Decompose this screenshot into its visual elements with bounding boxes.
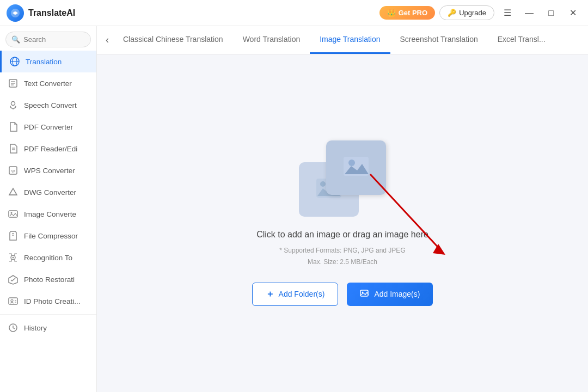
sidebar-item-pdf-reader[interactable]: PDF Reader/Edi [0,138,96,160]
sidebar-item-speech-convert[interactable]: Speech Convert [0,94,96,116]
svg-point-1 [14,11,17,14]
sidebar-item-image-converter[interactable]: Image Converte [0,203,96,225]
svg-marker-35 [433,244,445,255]
sidebar-item-history[interactable]: History [0,317,96,339]
tab-excel[interactable]: Excel Transl... [488,26,555,54]
tab-bar: ‹ Classical Chinese Translation Word Tra… [97,26,588,54]
sidebar-item-file-compressor[interactable]: File Compressor [0,225,96,247]
sidebar-label-dwg-converter: DWG Converter [24,188,76,197]
key-icon: 🔑 [448,9,456,17]
svg-text:W: W [11,169,15,173]
svg-point-9 [11,102,15,106]
sidebar-label-pdf-converter: PDF Converter [24,123,73,131]
drop-main-text: Click to add an image or drag an image h… [256,230,428,240]
svg-rect-32 [360,290,368,296]
svg-point-29 [320,181,326,187]
search-input[interactable] [23,35,85,44]
dwg-converter-icon [8,187,19,198]
get-pro-button[interactable]: 👑 Get PRO [379,6,435,20]
titlebar: TranslateAI 👑 Get PRO 🔑 Upgrade ☰ — □ ✕ [0,0,588,26]
sidebar-label-image-converter: Image Converte [24,210,76,218]
close-icon[interactable]: ✕ [564,4,581,22]
svg-point-24 [11,299,13,302]
sidebar-label-translation: Translation [26,58,62,66]
translation-icon [9,56,20,67]
sidebar-label-id-photo: ID Photo Creati... [24,297,81,305]
minimize-icon[interactable]: — [520,4,538,22]
main-layout: 🔍 Translation Tex [0,26,588,392]
pdf-converter-icon [8,121,19,132]
sidebar-item-wps-converter[interactable]: W WPS Converter [0,160,96,181]
app-logo [7,4,24,22]
pdf-reader-icon [8,143,19,154]
sidebar-item-photo-restore[interactable]: Photo Restorati [0,268,96,290]
sidebar-item-pdf-converter[interactable]: PDF Converter [0,116,96,138]
svg-point-31 [348,160,355,166]
search-box[interactable]: 🔍 [5,32,91,47]
drop-sub-text: * Supported Formats: PNG, JPG and JPEG M… [279,245,405,267]
tab-image[interactable]: Image Translation [310,26,390,54]
crown-icon: 👑 [387,9,396,17]
sidebar-item-id-photo[interactable]: ID Photo Creati... [0,290,96,312]
buttons-row: ＋ Add Folder(s) Add Image(s) [252,283,433,306]
titlebar-left: TranslateAI [7,4,75,22]
sidebar-label-pdf-reader: PDF Reader/Edi [24,145,77,153]
menu-icon[interactable]: ☰ [499,4,516,22]
add-image-icon [360,289,370,300]
sidebar-label-text-converter: Text Converter [24,79,72,88]
sidebar-item-translation[interactable]: Translation [0,51,96,72]
sidebar: 🔍 Translation Tex [0,26,97,392]
speech-convert-icon [8,100,19,111]
svg-point-22 [13,257,14,259]
sidebar-item-recognition[interactable]: Recognition To [0,247,96,268]
app-title: TranslateAI [28,8,75,18]
drop-zone[interactable]: Click to add an image or drag an image h… [97,54,588,392]
sidebar-label-speech-convert: Speech Convert [24,101,77,109]
image-converter-icon [8,209,19,219]
svg-marker-15 [9,188,17,195]
id-photo-icon [8,296,19,307]
tab-back-button[interactable]: ‹ [101,26,113,54]
text-converter-icon [8,78,19,89]
svg-point-18 [11,212,13,214]
file-compressor-icon [8,230,19,241]
sidebar-label-wps-converter: WPS Converter [24,167,75,175]
tab-word[interactable]: Word Translation [233,26,310,54]
upgrade-button[interactable]: 🔑 Upgrade [439,5,494,20]
tab-classical[interactable]: Classical Chinese Translation [113,26,233,54]
recognition-icon [8,252,19,263]
titlebar-right: 👑 Get PRO 🔑 Upgrade ☰ — □ ✕ [379,4,581,22]
sidebar-divider [0,314,96,315]
sidebar-item-text-converter[interactable]: Text Converter [0,72,96,94]
sidebar-item-dwg-converter[interactable]: DWG Converter [0,181,96,203]
sidebar-label-photo-restore: Photo Restorati [24,275,75,284]
maximize-icon[interactable]: □ [542,4,560,22]
search-icon: 🔍 [11,35,20,44]
folder-plus-icon: ＋ [266,289,274,300]
tab-screenshot[interactable]: Screenshot Translation [390,26,488,54]
wps-converter-icon: W [8,165,19,176]
add-folder-button[interactable]: ＋ Add Folder(s) [252,283,339,306]
content: ‹ Classical Chinese Translation Word Tra… [97,26,588,392]
image-placeholder-illustration [299,140,386,217]
sidebar-label-history: History [24,324,47,332]
add-images-button[interactable]: Add Image(s) [347,283,433,306]
history-icon [8,322,19,333]
sidebar-label-recognition: Recognition To [24,254,72,262]
photo-front [326,140,386,195]
photo-restore-icon [8,274,19,285]
sidebar-label-file-compressor: File Compressor [24,232,78,240]
back-arrow-icon: ‹ [106,34,109,46]
